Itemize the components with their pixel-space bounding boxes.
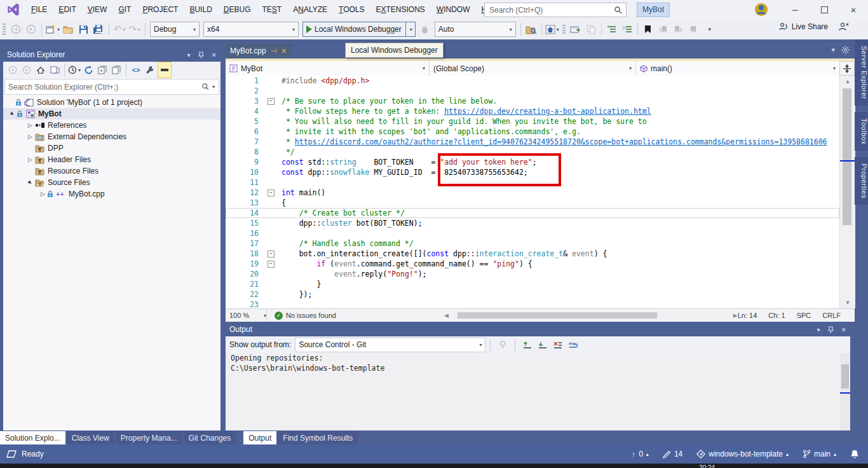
redo-icon[interactable]: ↷▾ — [128, 22, 142, 37]
hscroll-left-icon[interactable]: ◀ — [444, 312, 449, 319]
se-wrench-icon[interactable] — [144, 62, 156, 78]
menu-item-tools[interactable]: TOOLS — [333, 0, 370, 19]
watch-mode-dropdown[interactable]: Auto▾ — [435, 22, 516, 37]
nav-forward-icon[interactable] — [24, 22, 38, 37]
repository-button[interactable]: windows-bot-template ▴ — [696, 450, 789, 458]
window-position-icon[interactable]: ▾ — [187, 52, 191, 59]
output-scrollbar-thumb[interactable] — [841, 364, 849, 389]
new-project-icon[interactable]: ▾ — [45, 22, 60, 37]
fold-collapse-icon[interactable]: − — [268, 259, 281, 269]
save-icon[interactable] — [76, 22, 90, 37]
close-panel-icon[interactable]: ✕ — [212, 52, 217, 59]
toolbar-overflow-icon[interactable]: ▾ — [702, 22, 716, 37]
menu-item-project[interactable]: PROJECT — [137, 0, 184, 19]
output-titlebar[interactable]: Output ▾ ✕ — [226, 322, 850, 336]
issues-status[interactable]: No issues found — [286, 312, 336, 319]
scroll-down-icon[interactable]: ▼ — [840, 299, 855, 306]
tool-tab-solution-explo[interactable]: Solution Explo... — [0, 431, 65, 444]
fold-collapse-icon[interactable]: − — [268, 96, 281, 106]
tool-tab-output[interactable]: Output — [243, 431, 276, 444]
tool-tab-class-view[interactable]: Class View — [67, 431, 114, 444]
hscroll-right-icon[interactable]: ▶ — [733, 312, 738, 319]
quick-search-input[interactable]: Search (Ctrl+Q) — [484, 3, 627, 17]
pin-icon[interactable] — [198, 52, 204, 59]
menu-item-analyze[interactable]: ANALYZE — [287, 0, 333, 19]
hot-reload-flame-icon[interactable] — [418, 22, 432, 37]
tree-item-resource-files[interactable]: Resource Files — [3, 165, 220, 177]
pin-tab-icon[interactable]: ⊣ — [271, 47, 277, 55]
solution-explorer-search-input[interactable]: Search Solution Explorer (Ctrl+;) ▾ — [4, 79, 219, 95]
output-content[interactable]: Opening repositories:C:\Users\brain\wind… — [226, 353, 850, 430]
open-folder-icon[interactable] — [61, 22, 75, 37]
toolbar-grip[interactable] — [3, 24, 6, 35]
fold-collapse-icon[interactable]: − — [268, 188, 281, 198]
add-collaborator-icon[interactable] — [838, 22, 849, 32]
expander-icon[interactable]: ► — [8, 111, 17, 117]
expander-icon[interactable]: ▷ — [39, 191, 47, 197]
editor-vertical-scrollbar[interactable]: ▲ ▼ — [839, 76, 855, 308]
clear-bookmarks-icon[interactable] — [687, 22, 701, 37]
bookmark-icon[interactable] — [641, 22, 655, 37]
editor-options-gear-icon[interactable] — [841, 46, 850, 54]
toolbar-grip[interactable] — [562, 25, 566, 34]
se-refresh-icon[interactable] — [82, 62, 95, 78]
se-show-code-icon[interactable]: <> — [130, 62, 142, 78]
clear-all-icon[interactable] — [551, 337, 565, 352]
close-panel-icon[interactable]: ✕ — [841, 326, 846, 333]
copy-icon[interactable] — [584, 22, 598, 37]
tree-item-dpp[interactable]: DPP — [3, 142, 220, 154]
se-properties-copy-icon[interactable] — [110, 62, 123, 78]
se-preview-selected-toggle[interactable] — [158, 62, 172, 78]
document-tab-mybot-cpp[interactable]: MyBot.cpp ⊣ ✕ — [226, 43, 292, 59]
solution-explorer-titlebar[interactable]: Solution Explorer ▾ ✕ — [3, 48, 220, 62]
minimize-button[interactable]: ─ — [780, 0, 810, 19]
se-collapse-all-icon[interactable] — [96, 62, 109, 78]
menu-item-view[interactable]: VIEW — [82, 0, 113, 19]
menu-item-debug[interactable]: DEBUG — [218, 0, 257, 19]
next-bookmark-icon[interactable] — [672, 22, 686, 37]
tree-item-solution-mybot-1-of-1-project[interactable]: Solution 'MyBot' (1 of 1 project) — [3, 97, 220, 108]
editor-zoom-dropdown[interactable]: 100 %▾ — [226, 310, 267, 321]
tool-tab-git-changes[interactable]: Git Changes — [184, 431, 236, 444]
next-message-icon[interactable] — [536, 337, 550, 352]
find-in-files-icon[interactable] — [524, 22, 538, 37]
close-tab-icon[interactable]: ✕ — [281, 47, 287, 55]
scrollbar-thumb[interactable] — [843, 88, 851, 225]
word-wrap-icon[interactable]: ab — [566, 337, 580, 352]
undo-icon[interactable]: ↶▾ — [112, 22, 126, 37]
expander-icon[interactable]: ▷ — [26, 134, 34, 140]
branch-button[interactable]: main ▴ — [803, 450, 836, 458]
solution-platform-dropdown[interactable]: x64▾ — [203, 22, 299, 37]
tree-item-header-files[interactable]: ▷Header Files — [3, 154, 220, 165]
feedback-solution-chip[interactable]: MyBot — [637, 3, 670, 17]
prev-message-icon[interactable] — [520, 337, 534, 352]
expander-icon[interactable]: ► — [26, 179, 34, 186]
menu-item-git[interactable]: GIT — [112, 0, 137, 19]
tree-item-references[interactable]: ▷References — [3, 120, 220, 131]
se-pending-changes-icon[interactable]: ▾ — [68, 62, 81, 78]
nav-project-dropdown[interactable]: MyBot▾ — [226, 61, 430, 76]
tree-item-source-files[interactable]: ►Source Files — [3, 177, 220, 188]
fold-collapse-icon[interactable]: − — [268, 249, 281, 259]
se-back-icon[interactable] — [6, 62, 19, 78]
pending-changes-button[interactable]: 14 — [663, 450, 682, 458]
spaces-indicator[interactable]: SPC — [797, 312, 811, 319]
debug-target-dropdown[interactable]: ▾ — [405, 22, 415, 36]
side-tab-server-explorer[interactable]: Server Explorer — [855, 39, 868, 106]
code-editor[interactable]: 1#include <dpp/dpp.h>23−/* Be sure to pl… — [226, 76, 839, 308]
se-forward-icon[interactable] — [20, 62, 33, 78]
split-editor-handle[interactable] — [839, 61, 855, 76]
smart-indent-icon[interactable]: ? — [620, 22, 634, 37]
tool-tab-property-mana[interactable]: Property Mana... — [116, 431, 182, 444]
find-message-icon[interactable] — [496, 337, 510, 352]
nav-scope-dropdown[interactable]: (Global Scope)▾ — [430, 61, 636, 76]
solution-configuration-dropdown[interactable]: Debug▾ — [150, 22, 200, 37]
tab-list-caret-icon[interactable]: ▾ — [831, 46, 835, 54]
home-icon[interactable]: ▾ — [545, 22, 559, 37]
side-tab-properties[interactable]: Properties — [855, 157, 868, 205]
user-avatar[interactable] — [754, 2, 769, 17]
notifications-bell-icon[interactable] — [850, 450, 859, 459]
save-all-icon[interactable] — [92, 22, 105, 37]
prev-bookmark-icon[interactable] — [656, 22, 670, 37]
hscrollbar-thumb[interactable] — [458, 312, 657, 319]
